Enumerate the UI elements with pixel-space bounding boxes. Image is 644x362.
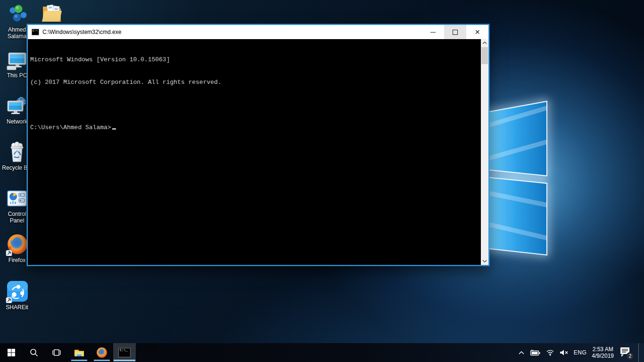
documents-folder-icon [41,2,63,25]
cmd-icon: C:\ [32,29,39,35]
cmd-icon: C:\_ [118,348,131,357]
volume-button[interactable] [560,349,569,356]
scroll-down-button[interactable] [481,257,488,265]
wifi-status-button[interactable] [546,349,554,356]
file-explorer-button[interactable] [68,343,91,362]
action-center-button[interactable]: 2 [619,346,633,359]
volume-muted-icon [560,349,569,356]
windows-logo-icon [7,348,16,357]
network-globe-icon [6,95,28,117]
icon-label: SHAREit [0,304,34,311]
battery-status-button[interactable] [530,349,541,356]
chevron-up-icon [518,350,525,355]
file-explorer-icon [74,348,85,357]
scroll-up-button[interactable] [481,39,488,47]
console-prompt: C:\Users\Ahmed Salama> [30,124,488,132]
firefox-icon [96,347,107,358]
chevron-down-icon [482,260,487,263]
scrollbar-thumb[interactable] [481,47,488,64]
control-panel-icon [6,187,28,210]
start-button[interactable] [0,343,23,362]
windows-desktop: Ahmed Salama This PC [0,0,644,362]
running-indicator [71,360,87,361]
recycle-bin-icon [6,141,28,164]
taskbar: C:\_ [0,343,644,362]
window-titlebar[interactable]: C:\ C:\Windows\system32\cmd.exe ✕ [28,25,488,39]
console-line [30,101,488,109]
window-title: C:\Windows\system32\cmd.exe [42,29,422,35]
console-line: Microsoft Windows [Version 10.0.15063] [30,56,488,64]
user-spheres-icon [6,3,28,25]
system-tray: ENG 2:53 AM 4/9/2019 2 [518,343,644,362]
running-indicator [94,360,110,361]
task-view-button[interactable] [45,343,68,362]
maximize-icon [453,30,458,35]
maximize-button[interactable] [444,25,466,39]
console-output[interactable]: Microsoft Windows [Version 10.0.15063] (… [28,39,488,265]
time: 2:53 AM [592,346,614,353]
chevron-up-icon [482,41,487,44]
desktop-icon-folder[interactable] [41,2,63,25]
hidden-icons-button[interactable] [518,350,525,355]
language-indicator[interactable]: ENG [574,349,587,356]
clock[interactable]: 2:53 AM 4/9/2019 [592,346,614,359]
cmd-window: C:\ C:\Windows\system32\cmd.exe ✕ Micros… [27,24,489,266]
task-view-icon [51,349,62,356]
wifi-icon [546,349,554,356]
search-icon [30,348,38,357]
date: 4/9/2019 [592,353,614,359]
firefox-taskbar-button[interactable] [91,343,113,362]
show-desktop-button[interactable] [638,343,641,362]
minimize-icon [430,32,436,33]
battery-charging-icon [530,349,541,356]
shareit-icon [6,280,28,303]
text-cursor [112,128,116,130]
close-icon: ✕ [475,29,480,35]
active-indicator [114,360,135,361]
cmd-taskbar-button[interactable]: C:\_ [113,343,136,362]
computer-icon [6,49,28,71]
notification-badge: 2 [626,352,634,360]
desktop-icon-shareit[interactable]: SHAREit [0,280,34,311]
search-button[interactable] [23,343,45,362]
scrollbar[interactable] [481,39,488,265]
firefox-icon [6,233,28,256]
close-button[interactable]: ✕ [466,25,488,39]
minimize-button[interactable] [422,25,444,39]
console-line: (c) 2017 Microsoft Corporation. All righ… [30,79,488,86]
